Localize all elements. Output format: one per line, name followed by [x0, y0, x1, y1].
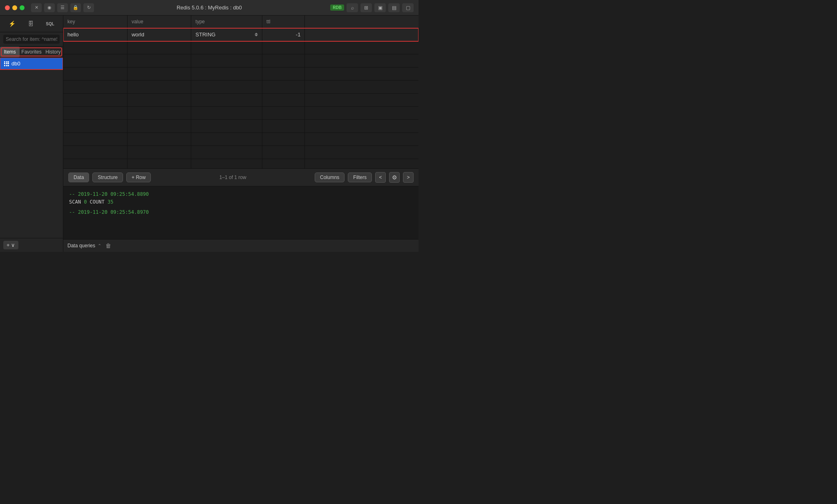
- col-header-type: type: [191, 16, 262, 28]
- console-scan: SCAN: [69, 199, 84, 205]
- minimize-button[interactable]: [12, 5, 17, 10]
- console-line-3: -- 2019-11-20 09:25:54.8970: [69, 208, 413, 216]
- layout3-icon[interactable]: ▢: [402, 3, 414, 12]
- search-input[interactable]: [3, 35, 60, 44]
- table-area: key value type ttl hello world S: [63, 16, 418, 168]
- maximize-button[interactable]: [20, 5, 25, 10]
- table-row: [63, 81, 418, 94]
- lines-icon[interactable]: ☰: [57, 3, 68, 12]
- table-row: [63, 133, 418, 146]
- trash-icon[interactable]: 🗑: [104, 242, 113, 250]
- titlebar-controls: ✕ ◉ ☰ 🔒 ↻: [31, 3, 94, 12]
- db-label: db0: [11, 60, 20, 67]
- close-icon[interactable]: ✕: [31, 3, 42, 12]
- structure-tab-button[interactable]: Structure: [92, 172, 123, 182]
- traffic-lights: [5, 5, 25, 10]
- col-header-ttl: ttl: [262, 16, 305, 28]
- columns-button[interactable]: Columns: [315, 172, 345, 182]
- search-icon[interactable]: ⌕: [347, 3, 358, 12]
- data-tab-button[interactable]: Data: [68, 172, 89, 182]
- cell-type: STRING: [191, 28, 262, 41]
- table-row: [63, 94, 418, 107]
- col-header-extra: [305, 16, 418, 28]
- row-count: 1–1 of 1 row: [154, 175, 311, 180]
- table-row: [63, 120, 418, 133]
- sidebar-list: db0: [0, 58, 63, 238]
- cell-value: world: [127, 28, 191, 41]
- grid-icon[interactable]: ⊞: [360, 3, 372, 12]
- refresh-icon[interactable]: ↻: [83, 3, 94, 12]
- sidebar-footer: + ∨: [0, 238, 63, 252]
- console-timestamp-2: -- 2019-11-20 09:25:54.8970: [69, 209, 149, 215]
- tab-favorites[interactable]: Favorites: [20, 47, 43, 57]
- filters-button[interactable]: Filters: [348, 172, 372, 182]
- add-button[interactable]: + ∨: [3, 241, 18, 249]
- console-timestamp-1: -- 2019-11-20 09:25:54.8890: [69, 191, 149, 197]
- data-table: key value type ttl hello world S: [63, 16, 418, 168]
- eye-icon[interactable]: ◉: [44, 3, 55, 12]
- sql-icon[interactable]: SQL: [44, 20, 56, 28]
- bottom-toolbar: Data Structure + Row 1–1 of 1 row Column…: [63, 168, 418, 186]
- next-page-button[interactable]: >: [403, 172, 414, 183]
- tab-history[interactable]: History: [43, 47, 63, 57]
- titlebar: ✕ ◉ ☰ 🔒 ↻ Redis 5.0.6 : MyRedis : db0 RD…: [0, 0, 418, 16]
- status-badge: RDB: [330, 4, 344, 11]
- prev-page-button[interactable]: <: [375, 172, 386, 183]
- table-row[interactable]: hello world STRING -1: [63, 28, 418, 41]
- content-area: key value type ttl hello world S: [63, 16, 418, 252]
- tab-items[interactable]: Items: [0, 47, 20, 57]
- console-count: COUNT: [87, 199, 107, 205]
- console-line-2: SCAN 0 COUNT 35: [69, 198, 413, 206]
- settings-icon[interactable]: ⚙: [389, 172, 400, 183]
- db-grid-icon: [4, 61, 9, 66]
- bolt-icon[interactable]: ⚡: [7, 19, 17, 29]
- sidebar: ⚡ 🗄 SQL Items Favorites History db0: [0, 16, 63, 252]
- cell-ttl: -1: [262, 28, 305, 41]
- cell-extra: [305, 28, 418, 41]
- sidebar-icon-bar: ⚡ 🗄 SQL: [0, 16, 63, 32]
- console-line-1: -- 2019-11-20 09:25:54.8890: [69, 190, 413, 198]
- layout2-icon[interactable]: ▤: [388, 3, 400, 12]
- titlebar-right: RDB ⌕ ⊞ ▣ ▤ ▢: [330, 3, 414, 12]
- console-count-val: 35: [107, 199, 113, 205]
- plus-icon: +: [7, 242, 10, 248]
- col-header-key: key: [63, 16, 127, 28]
- database-icon[interactable]: 🗄: [26, 19, 35, 29]
- table-row: [63, 41, 418, 54]
- layout1-icon[interactable]: ▣: [374, 3, 386, 12]
- add-row-button[interactable]: + Row: [126, 172, 151, 182]
- sidebar-item-db0[interactable]: db0: [0, 58, 63, 69]
- main-area: ⚡ 🗄 SQL Items Favorites History db0: [0, 16, 418, 252]
- chevron-icon: ∨: [11, 242, 15, 248]
- search-bar[interactable]: [0, 32, 63, 47]
- close-button[interactable]: [5, 5, 10, 10]
- lock-icon[interactable]: 🔒: [70, 3, 81, 12]
- console-chevron: ⌃: [98, 243, 101, 249]
- console-area: -- 2019-11-20 09:25:54.8890 SCAN 0 COUNT…: [63, 186, 418, 239]
- tab-bar: Items Favorites History: [0, 47, 63, 58]
- data-queries-label: Data queries: [67, 243, 95, 249]
- window-title: Redis 5.0.6 : MyRedis : db0: [177, 4, 242, 11]
- table-row: [63, 54, 418, 67]
- cell-key: hello: [63, 28, 127, 41]
- type-spinner[interactable]: [255, 33, 258, 36]
- table-row: [63, 67, 418, 81]
- table-row: [63, 107, 418, 120]
- table-row: [63, 159, 418, 169]
- col-header-value: value: [127, 16, 191, 28]
- table-row: [63, 146, 418, 159]
- console-footer: Data queries ⌃ 🗑: [63, 239, 418, 252]
